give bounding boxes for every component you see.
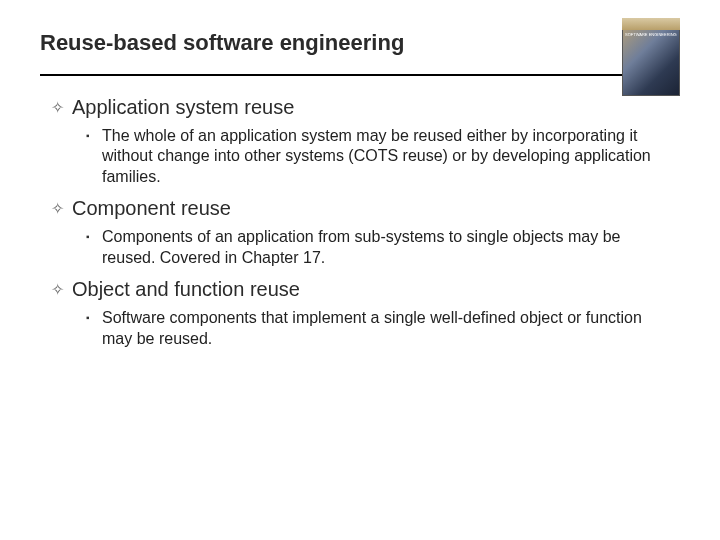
bullet-item: ▪ The whole of an application system may… (86, 126, 670, 187)
bullet-text: The whole of an application system may b… (102, 126, 670, 187)
section-heading-text: Object and function reuse (72, 278, 300, 301)
section-heading-text: Application system reuse (72, 96, 294, 119)
bullet-item: ▪ Software components that implement a s… (86, 308, 670, 349)
section-heading: ✧ Object and function reuse (50, 278, 670, 302)
bullet-text: Components of an application from sub-sy… (102, 227, 670, 268)
section-heading-text: Component reuse (72, 197, 231, 220)
diamond-bullet-icon: ✧ (50, 197, 64, 221)
bullet-text: Software components that implement a sin… (102, 308, 670, 349)
square-bullet-icon: ▪ (86, 308, 102, 328)
bullet-item: ▪ Components of an application from sub-… (86, 227, 670, 268)
section-bullets: ▪ Software components that implement a s… (86, 308, 670, 349)
section: ✧ Application system reuse ▪ The whole o… (50, 96, 670, 187)
square-bullet-icon: ▪ (86, 126, 102, 146)
section-heading: ✧ Component reuse (50, 197, 670, 221)
section-bullets: ▪ Components of an application from sub-… (86, 227, 670, 268)
section-heading: ✧ Application system reuse (50, 96, 670, 120)
book-cover-thumbnail: SOFTWARE ENGINEERING (622, 18, 680, 96)
slide-title: Reuse-based software engineering (40, 30, 680, 56)
section: ✧ Component reuse ▪ Components of an app… (50, 197, 670, 268)
thumbnail-caption: SOFTWARE ENGINEERING (625, 32, 677, 37)
section-bullets: ▪ The whole of an application system may… (86, 126, 670, 187)
slide-header: Reuse-based software engineering SOFTWAR… (0, 0, 720, 56)
diamond-bullet-icon: ✧ (50, 278, 64, 302)
section: ✧ Object and function reuse ▪ Software c… (50, 278, 670, 349)
thumbnail-top-band (622, 18, 680, 30)
slide-body: ✧ Application system reuse ▪ The whole o… (0, 76, 720, 349)
diamond-bullet-icon: ✧ (50, 96, 64, 120)
slide: Reuse-based software engineering SOFTWAR… (0, 0, 720, 540)
square-bullet-icon: ▪ (86, 227, 102, 247)
